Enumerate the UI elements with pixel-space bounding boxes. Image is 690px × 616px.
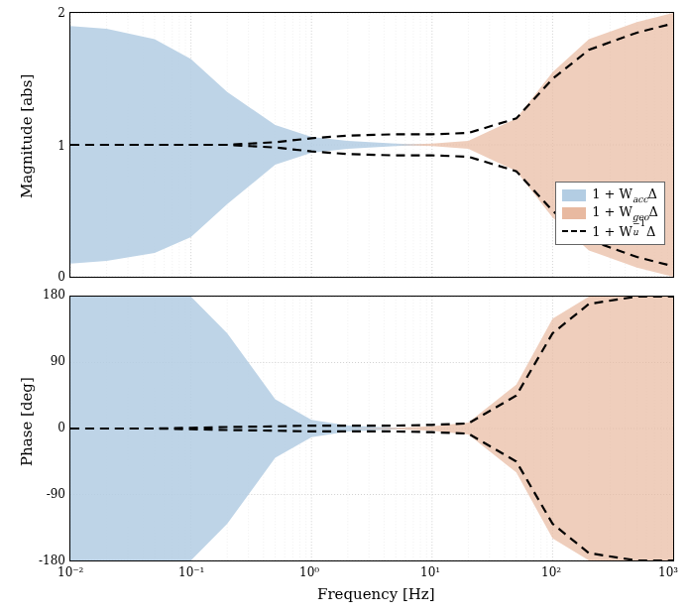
legend-swatch-geo: [562, 207, 586, 219]
bode-figure: 1 + WaccΔ 1 + WgeoΔ 1 + W−1uΔ Magnitude …: [0, 0, 690, 616]
ytick-bot-4: 180: [34, 288, 65, 302]
legend-swatch-acc: [562, 189, 586, 201]
ytick-top-2: 2: [56, 6, 65, 20]
xlabel-frequency: Frequency [Hz]: [317, 585, 435, 603]
legend-dash-wu: [562, 230, 586, 232]
ytick-top-1: 1: [56, 139, 65, 153]
legend-text-wu: 1 + W−1uΔ: [592, 224, 655, 239]
legend-text-geo: 1 + WgeoΔ: [592, 204, 658, 222]
legend-box: 1 + WaccΔ 1 + WgeoΔ 1 + W−1uΔ: [555, 182, 665, 245]
legend-text-acc: 1 + WaccΔ: [592, 186, 657, 204]
ytick-bot-3: 90: [34, 354, 65, 368]
phase-plot-svg: [70, 297, 673, 560]
legend-item-acc: 1 + WaccΔ: [562, 186, 658, 204]
xtick-4: 10²: [541, 565, 561, 579]
xtick-1: 10⁻¹: [178, 565, 204, 579]
ylabel-magnitude: Magnitude [abs]: [18, 74, 36, 198]
xtick-3: 10¹: [420, 565, 440, 579]
ytick-bot-1: -90: [34, 487, 65, 501]
ytick-top-0: 0: [56, 270, 65, 284]
ytick-bot-2: 0: [34, 421, 65, 434]
xtick-0: 10⁻²: [58, 565, 83, 579]
legend-item-wu: 1 + W−1uΔ: [562, 222, 658, 240]
magnitude-panel: 1 + WaccΔ 1 + WgeoΔ 1 + W−1uΔ: [69, 12, 674, 278]
phase-panel: [69, 296, 674, 561]
xtick-5: 10³: [658, 565, 678, 579]
xtick-2: 10⁰: [299, 565, 319, 579]
